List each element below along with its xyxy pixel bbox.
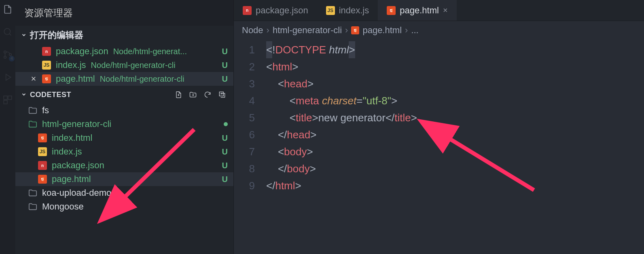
svg-rect-4 [4, 96, 7, 99]
breadcrumb-part[interactable]: html-generator-cli [273, 25, 342, 36]
explorer-title: 资源管理器 [15, 0, 233, 26]
breadcrumb-part[interactable]: ... [411, 25, 418, 36]
item-label: koa-upload-demo [42, 188, 111, 198]
folder-item[interactable]: fs [15, 104, 233, 117]
line-number: 5 [234, 109, 266, 126]
folder-icon [28, 120, 37, 128]
attr: charset [322, 95, 356, 107]
refresh-icon[interactable] [202, 89, 213, 100]
editor-area: npackage.jsonJSindex.jspage.html× Node ›… [234, 0, 644, 254]
debug-icon[interactable] [2, 71, 14, 83]
file-name: index.js [56, 60, 86, 70]
folder-icon [28, 189, 37, 197]
file-name: package.json [56, 46, 108, 57]
folder-icon [28, 203, 37, 211]
git-status: U [222, 133, 228, 143]
open-editor-item[interactable]: npackage.jsonNode/html-generat...U [15, 44, 233, 58]
editor-tab[interactable]: JSindex.js [317, 0, 378, 21]
npm-icon: n [38, 161, 47, 170]
item-label: index.html [52, 133, 92, 143]
editor-tab[interactable]: npackage.json [234, 0, 317, 21]
doctype-kw: html [326, 44, 349, 56]
file-name: page.html [56, 74, 95, 84]
item-label: html-generator-cli [42, 119, 111, 129]
item-label: package.json [52, 160, 104, 171]
svg-rect-5 [8, 96, 12, 99]
git-status: U [222, 47, 228, 56]
breadcrumb[interactable]: Node › html-generator-cli › page.html › … [234, 21, 644, 40]
html5-icon [38, 175, 47, 184]
new-file-icon[interactable] [173, 89, 184, 100]
svg-point-0 [4, 28, 10, 34]
open-editors-header[interactable]: 打开的编辑器 [15, 26, 233, 44]
new-folder-icon[interactable] [187, 89, 199, 100]
line-number: 2 [234, 58, 266, 75]
explorer-panel: 资源管理器 打开的编辑器 npackage.jsonNode/html-gene… [15, 0, 234, 254]
activity-bar: 4 [0, 0, 15, 254]
svg-point-1 [4, 51, 6, 53]
git-status: U [222, 74, 228, 84]
html5-icon [38, 133, 47, 142]
collapse-all-icon[interactable] [216, 89, 228, 100]
tag: title [394, 112, 411, 124]
file-item[interactable]: index.htmlU [15, 131, 233, 145]
chevron-right-icon: › [267, 25, 269, 36]
line-number: 8 [234, 160, 266, 177]
git-status: U [222, 61, 228, 70]
files-icon[interactable] [2, 3, 14, 15]
tag: title [296, 112, 312, 124]
file-path: Node/html-generat... [113, 47, 187, 56]
open-editor-item[interactable]: JSindex.jsNode/html-generator-cliU [15, 58, 233, 72]
open-editor-item[interactable]: ×page.htmlNode/html-generator-cliU [15, 72, 233, 86]
file-path: Node/html-generator-cli [100, 74, 184, 84]
tag: head [284, 78, 307, 90]
extensions-icon[interactable] [2, 94, 14, 106]
file-item[interactable]: JSindex.jsU [15, 145, 233, 159]
folder-item[interactable]: Mongoose [15, 200, 233, 214]
open-editors-section: 打开的编辑器 npackage.jsonNode/html-generat...… [15, 26, 233, 86]
scm-icon[interactable]: 4 [2, 49, 14, 61]
tab-label: package.json [256, 5, 308, 16]
file-item[interactable]: npackage.jsonU [15, 159, 233, 172]
html5-icon [387, 6, 396, 15]
editor-tab[interactable]: page.html× [378, 0, 456, 21]
line-number: 9 [234, 177, 266, 194]
folder-item[interactable]: koa-upload-demo [15, 186, 233, 200]
file-item[interactable]: page.htmlU [15, 172, 233, 186]
line-number: 7 [234, 143, 266, 160]
file-path: Node/html-generator-cli [91, 61, 176, 70]
tab-label: index.js [339, 5, 369, 16]
editor-tabs: npackage.jsonJSindex.jspage.html× [234, 0, 644, 21]
workspace-header[interactable]: CODETEST [15, 86, 233, 104]
breadcrumb-part[interactable]: Node [242, 25, 263, 36]
html5-icon [42, 74, 51, 83]
close-icon[interactable]: × [443, 6, 448, 15]
scm-badge: 4 [9, 56, 15, 61]
code-editor[interactable]: 1<!DOCTYPE html> 2<html> 3 <head> 4 <met… [234, 40, 644, 196]
modified-dot [224, 122, 228, 126]
item-label: fs [42, 105, 49, 116]
text-content: new generator [318, 112, 386, 124]
git-status: U [222, 147, 228, 157]
js-icon: JS [42, 61, 51, 70]
js-icon: JS [326, 6, 335, 15]
line-number: 6 [234, 126, 266, 143]
git-status: U [222, 161, 228, 170]
chevron-down-icon [21, 32, 27, 38]
close-icon[interactable]: × [30, 74, 37, 84]
tag: html [272, 61, 292, 73]
npm-icon: n [243, 6, 252, 15]
item-label: Mongoose [42, 201, 84, 212]
search-icon[interactable] [2, 26, 14, 38]
item-label: page.html [52, 174, 91, 184]
tag: meta [296, 95, 319, 107]
line-number: 3 [234, 75, 266, 92]
chevron-right-icon: › [345, 25, 348, 36]
breadcrumb-part[interactable]: page.html [362, 25, 402, 36]
folder-icon [28, 106, 37, 114]
folder-item[interactable]: html-generator-cli [15, 117, 233, 131]
line-number: 1 [234, 41, 266, 58]
svg-point-2 [4, 56, 6, 58]
chevron-down-icon [21, 92, 27, 97]
svg-rect-6 [4, 100, 7, 104]
